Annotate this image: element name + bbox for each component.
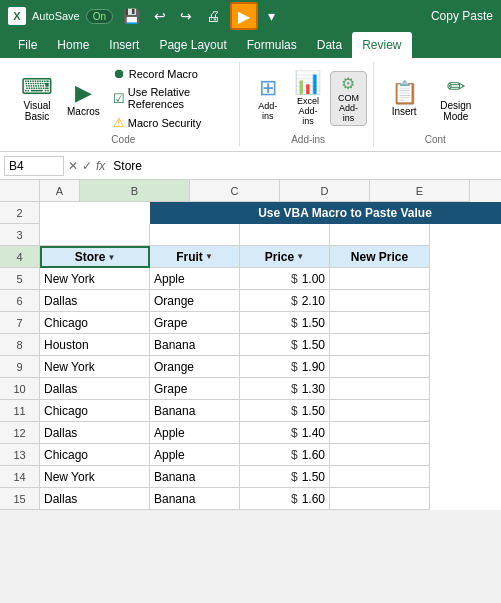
function-icon[interactable]: fx [96, 159, 105, 173]
formula-input[interactable] [109, 157, 497, 175]
cell-e4[interactable]: New Price [330, 246, 430, 268]
cell-d15[interactable]: $1.60 [240, 488, 330, 510]
cell-d4[interactable]: Price ▼ [240, 246, 330, 268]
cell-c6[interactable]: Orange [150, 290, 240, 312]
row-num-12[interactable]: 12 [0, 422, 40, 444]
col-header-d[interactable]: D [280, 180, 370, 202]
row-num-8[interactable]: 8 [0, 334, 40, 356]
col-header-c[interactable]: C [190, 180, 280, 202]
visual-basic-button[interactable]: ⌨ VisualBasic [16, 71, 58, 125]
filter-arrow-price[interactable]: ▼ [296, 252, 304, 261]
cell-c7[interactable]: Grape [150, 312, 240, 334]
tab-formulas[interactable]: Formulas [237, 32, 307, 58]
cell-b7[interactable]: Chicago [40, 312, 150, 334]
cell-e3[interactable] [330, 224, 430, 246]
use-relative-button[interactable]: ☑ Use Relative References [109, 84, 231, 112]
cell-c15[interactable]: Banana [150, 488, 240, 510]
cell-d13[interactable]: $1.60 [240, 444, 330, 466]
cell-reference-input[interactable] [4, 156, 64, 176]
cell-b12[interactable]: Dallas [40, 422, 150, 444]
print-preview-button[interactable]: 🖨 [202, 6, 224, 26]
cell-e7[interactable] [330, 312, 430, 334]
cell-c12[interactable]: Apple [150, 422, 240, 444]
filter-arrow-store[interactable]: ▼ [107, 253, 115, 262]
cell-d12[interactable]: $1.40 [240, 422, 330, 444]
cell-c3[interactable] [150, 224, 240, 246]
cell-d10[interactable]: $1.30 [240, 378, 330, 400]
record-macro-button[interactable]: ⏺ Record Macro [109, 64, 231, 83]
cell-b11[interactable]: Chicago [40, 400, 150, 422]
redo-button[interactable]: ↪ [176, 6, 196, 26]
save-button[interactable]: 💾 [119, 6, 144, 26]
cell-c8[interactable]: Banana [150, 334, 240, 356]
undo-button[interactable]: ↩ [150, 6, 170, 26]
addins-button[interactable]: ⊞ Add-ins [250, 72, 286, 124]
autosave-toggle[interactable]: On [86, 9, 113, 24]
cell-e5[interactable] [330, 268, 430, 290]
cell-c13[interactable]: Apple [150, 444, 240, 466]
macro-run-button[interactable]: ▶ [230, 2, 258, 30]
row-num-6[interactable]: 6 [0, 290, 40, 312]
cell-d11[interactable]: $1.50 [240, 400, 330, 422]
row-num-4[interactable]: 4 [0, 246, 40, 268]
macro-security-button[interactable]: ⚠ Macro Security [109, 113, 231, 132]
row-num-15[interactable]: 15 [0, 488, 40, 510]
col-header-b[interactable]: B [80, 180, 190, 202]
row-num-9[interactable]: 9 [0, 356, 40, 378]
cell-b6[interactable]: Dallas [40, 290, 150, 312]
cell-d6[interactable]: $2.10 [240, 290, 330, 312]
cell-d3[interactable] [240, 224, 330, 246]
excel-addins-button[interactable]: 📊 ExcelAdd-ins [290, 67, 327, 129]
cell-d9[interactable]: $1.90 [240, 356, 330, 378]
cell-b3[interactable] [40, 224, 150, 246]
cell-c14[interactable]: Banana [150, 466, 240, 488]
cell-e15[interactable] [330, 488, 430, 510]
more-commands-button[interactable]: ▾ [264, 6, 279, 26]
cell-e13[interactable] [330, 444, 430, 466]
cell-e12[interactable] [330, 422, 430, 444]
cell-e8[interactable] [330, 334, 430, 356]
row-num-7[interactable]: 7 [0, 312, 40, 334]
fx-icon[interactable]: ✕ [68, 159, 78, 173]
cell-c5[interactable]: Apple [150, 268, 240, 290]
cell-e14[interactable] [330, 466, 430, 488]
row-num-13[interactable]: 13 [0, 444, 40, 466]
col-header-a[interactable]: A [40, 180, 80, 202]
row-num-5[interactable]: 5 [0, 268, 40, 290]
tab-review[interactable]: Review [352, 32, 411, 58]
cell-d8[interactable]: $1.50 [240, 334, 330, 356]
tab-insert[interactable]: Insert [99, 32, 149, 58]
macros-button[interactable]: ▶ Macros [62, 77, 105, 120]
insert-button[interactable]: 📋 Insert [386, 77, 423, 120]
row-num-2[interactable]: 2 [0, 202, 40, 224]
row-num-14[interactable]: 14 [0, 466, 40, 488]
cell-c10[interactable]: Grape [150, 378, 240, 400]
cell-e10[interactable] [330, 378, 430, 400]
com-addins-button[interactable]: ⚙ COMAdd-ins [330, 71, 367, 126]
tab-data[interactable]: Data [307, 32, 352, 58]
cell-d7[interactable]: $1.50 [240, 312, 330, 334]
cell-c9[interactable]: Orange [150, 356, 240, 378]
cell-c11[interactable]: Banana [150, 400, 240, 422]
col-header-e[interactable]: E [370, 180, 470, 202]
cell-b5[interactable]: New York [40, 268, 150, 290]
row-num-3[interactable]: 3 [0, 224, 40, 246]
tab-page-layout[interactable]: Page Layout [149, 32, 236, 58]
cell-b14[interactable]: New York [40, 466, 150, 488]
cell-e6[interactable] [330, 290, 430, 312]
row-num-11[interactable]: 11 [0, 400, 40, 422]
cell-d5[interactable]: $1.00 [240, 268, 330, 290]
cell-b15[interactable]: Dallas [40, 488, 150, 510]
cell-b2[interactable] [40, 202, 150, 224]
tab-file[interactable]: File [8, 32, 47, 58]
cell-d14[interactable]: $1.50 [240, 466, 330, 488]
cell-b9[interactable]: New York [40, 356, 150, 378]
row-num-10[interactable]: 10 [0, 378, 40, 400]
tab-home[interactable]: Home [47, 32, 99, 58]
cell-b13[interactable]: Chicago [40, 444, 150, 466]
cell-b10[interactable]: Dallas [40, 378, 150, 400]
cell-b8[interactable]: Houston [40, 334, 150, 356]
cell-b4[interactable]: Store ▼ [40, 246, 150, 268]
confirm-icon[interactable]: ✓ [82, 159, 92, 173]
filter-arrow-fruit[interactable]: ▼ [205, 252, 213, 261]
